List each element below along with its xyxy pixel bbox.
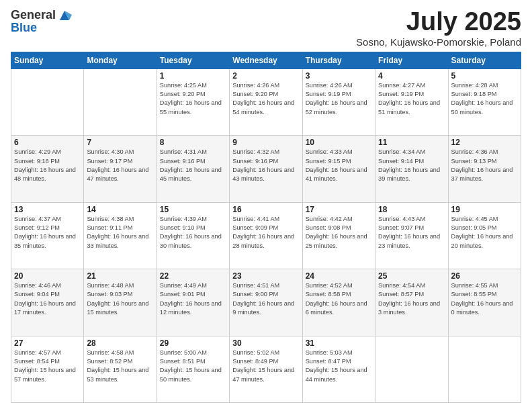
day-info: Sunrise: 4:57 AM Sunset: 8:54 PM Dayligh… [14,349,81,384]
calendar-header-row: Sunday Monday Tuesday Wednesday Thursday… [11,52,521,68]
day-info: Sunrise: 4:42 AM Sunset: 9:08 PM Dayligh… [306,215,372,250]
day-info: Sunrise: 4:55 AM Sunset: 8:55 PM Dayligh… [451,281,518,317]
logo: General Blue [11,8,72,34]
day-number: 30 [232,338,299,348]
calendar-cell: 2Sunrise: 4:26 AM Sunset: 9:20 PM Daylig… [230,68,302,135]
calendar-cell: 5Sunrise: 4:28 AM Sunset: 9:18 PM Daylig… [448,68,521,135]
calendar-cell: 23Sunrise: 4:51 AM Sunset: 9:00 PM Dayli… [230,269,302,336]
calendar-cell [11,68,84,135]
day-info: Sunrise: 4:43 AM Sunset: 9:07 PM Dayligh… [378,215,445,250]
day-number: 20 [14,271,81,281]
calendar-cell: 1Sunrise: 4:25 AM Sunset: 9:20 PM Daylig… [157,68,229,135]
day-info: Sunrise: 4:48 AM Sunset: 9:03 PM Dayligh… [87,281,153,317]
page: General Blue July 2025 Sosno, Kujawsko-P… [0,0,532,411]
day-number: 12 [451,138,518,147]
calendar-cell: 29Sunrise: 5:00 AM Sunset: 8:51 PM Dayli… [157,336,229,402]
calendar-cell: 21Sunrise: 4:48 AM Sunset: 9:03 PM Dayli… [84,269,157,336]
calendar-week-4: 20Sunrise: 4:46 AM Sunset: 9:04 PM Dayli… [11,269,521,336]
day-number: 17 [306,205,372,214]
calendar-cell: 31Sunrise: 5:03 AM Sunset: 8:47 PM Dayli… [302,336,375,402]
day-info: Sunrise: 4:49 AM Sunset: 9:01 PM Dayligh… [160,281,226,317]
day-info: Sunrise: 4:26 AM Sunset: 9:20 PM Dayligh… [232,81,299,117]
day-info: Sunrise: 4:46 AM Sunset: 9:04 PM Dayligh… [14,281,81,317]
calendar-cell: 20Sunrise: 4:46 AM Sunset: 9:04 PM Dayli… [11,269,84,336]
calendar-cell: 30Sunrise: 5:02 AM Sunset: 8:49 PM Dayli… [230,336,302,402]
day-number: 3 [306,71,372,81]
calendar-cell: 28Sunrise: 4:58 AM Sunset: 8:52 PM Dayli… [84,336,157,402]
calendar-cell: 4Sunrise: 4:27 AM Sunset: 9:19 PM Daylig… [375,68,448,135]
day-info: Sunrise: 4:32 AM Sunset: 9:16 PM Dayligh… [232,148,299,183]
calendar-cell: 19Sunrise: 4:45 AM Sunset: 9:05 PM Dayli… [448,202,521,269]
col-wednesday: Wednesday [230,52,302,68]
day-info: Sunrise: 4:34 AM Sunset: 9:14 PM Dayligh… [378,148,445,183]
day-number: 16 [232,205,299,214]
day-info: Sunrise: 4:38 AM Sunset: 9:11 PM Dayligh… [87,215,153,250]
day-info: Sunrise: 4:58 AM Sunset: 8:52 PM Dayligh… [87,349,153,384]
day-info: Sunrise: 4:33 AM Sunset: 9:15 PM Dayligh… [306,148,372,183]
day-number: 9 [232,138,299,147]
title-block: July 2025 Sosno, Kujawsko-Pomorskie, Pol… [356,8,521,48]
day-number: 8 [160,138,226,147]
day-info: Sunrise: 5:00 AM Sunset: 8:51 PM Dayligh… [160,349,226,384]
calendar-cell: 14Sunrise: 4:38 AM Sunset: 9:11 PM Dayli… [84,202,157,269]
day-info: Sunrise: 4:51 AM Sunset: 9:00 PM Dayligh… [232,281,299,317]
logo-icon [57,8,72,21]
calendar-week-1: 1Sunrise: 4:25 AM Sunset: 9:20 PM Daylig… [11,68,521,135]
calendar-cell: 27Sunrise: 4:57 AM Sunset: 8:54 PM Dayli… [11,336,84,402]
calendar-week-3: 13Sunrise: 4:37 AM Sunset: 9:12 PM Dayli… [11,202,521,269]
calendar-cell: 26Sunrise: 4:55 AM Sunset: 8:55 PM Dayli… [448,269,521,336]
calendar-cell: 24Sunrise: 4:52 AM Sunset: 8:58 PM Dayli… [302,269,375,336]
day-number: 31 [306,338,372,348]
day-number: 1 [160,71,226,81]
day-number: 2 [232,71,299,81]
day-info: Sunrise: 4:25 AM Sunset: 9:20 PM Dayligh… [160,81,226,117]
calendar-cell: 13Sunrise: 4:37 AM Sunset: 9:12 PM Dayli… [11,202,84,269]
day-number: 23 [232,271,299,281]
day-info: Sunrise: 4:26 AM Sunset: 9:19 PM Dayligh… [306,81,372,117]
location-title: Sosno, Kujawsko-Pomorskie, Poland [356,36,521,48]
calendar-cell: 22Sunrise: 4:49 AM Sunset: 9:01 PM Dayli… [157,269,229,336]
day-info: Sunrise: 4:54 AM Sunset: 8:57 PM Dayligh… [378,281,445,317]
calendar-week-5: 27Sunrise: 4:57 AM Sunset: 8:54 PM Dayli… [11,336,521,402]
calendar-cell: 16Sunrise: 4:41 AM Sunset: 9:09 PM Dayli… [230,202,302,269]
col-thursday: Thursday [302,52,375,68]
day-number: 14 [87,205,153,214]
col-sunday: Sunday [11,52,84,68]
calendar: Sunday Monday Tuesday Wednesday Thursday… [11,52,521,403]
day-info: Sunrise: 4:29 AM Sunset: 9:18 PM Dayligh… [14,148,81,183]
calendar-cell: 3Sunrise: 4:26 AM Sunset: 9:19 PM Daylig… [302,68,375,135]
calendar-cell: 10Sunrise: 4:33 AM Sunset: 9:15 PM Dayli… [302,136,375,202]
calendar-cell: 18Sunrise: 4:43 AM Sunset: 9:07 PM Dayli… [375,202,448,269]
day-number: 22 [160,271,226,281]
day-number: 26 [451,271,518,281]
calendar-cell [448,336,521,402]
day-number: 27 [14,338,81,348]
calendar-cell: 12Sunrise: 4:36 AM Sunset: 9:13 PM Dayli… [448,136,521,202]
calendar-cell: 8Sunrise: 4:31 AM Sunset: 9:16 PM Daylig… [157,136,229,202]
day-number: 19 [451,205,518,214]
day-info: Sunrise: 4:36 AM Sunset: 9:13 PM Dayligh… [451,148,518,183]
day-info: Sunrise: 4:37 AM Sunset: 9:12 PM Dayligh… [14,215,81,250]
day-number: 21 [87,271,153,281]
calendar-week-2: 6Sunrise: 4:29 AM Sunset: 9:18 PM Daylig… [11,136,521,202]
day-info: Sunrise: 4:45 AM Sunset: 9:05 PM Dayligh… [451,215,518,250]
day-number: 5 [451,71,518,81]
col-tuesday: Tuesday [157,52,229,68]
day-info: Sunrise: 4:41 AM Sunset: 9:09 PM Dayligh… [232,215,299,250]
calendar-cell: 9Sunrise: 4:32 AM Sunset: 9:16 PM Daylig… [230,136,302,202]
day-info: Sunrise: 5:03 AM Sunset: 8:47 PM Dayligh… [306,349,372,384]
calendar-cell: 17Sunrise: 4:42 AM Sunset: 9:08 PM Dayli… [302,202,375,269]
calendar-cell: 25Sunrise: 4:54 AM Sunset: 8:57 PM Dayli… [375,269,448,336]
calendar-cell: 11Sunrise: 4:34 AM Sunset: 9:14 PM Dayli… [375,136,448,202]
day-number: 6 [14,138,81,147]
calendar-cell: 15Sunrise: 4:39 AM Sunset: 9:10 PM Dayli… [157,202,229,269]
day-info: Sunrise: 4:39 AM Sunset: 9:10 PM Dayligh… [160,215,226,250]
day-info: Sunrise: 4:30 AM Sunset: 9:17 PM Dayligh… [87,148,153,183]
calendar-cell: 7Sunrise: 4:30 AM Sunset: 9:17 PM Daylig… [84,136,157,202]
day-info: Sunrise: 4:52 AM Sunset: 8:58 PM Dayligh… [306,281,372,317]
day-number: 15 [160,205,226,214]
day-number: 28 [87,338,153,348]
logo-blue: Blue [11,21,37,34]
day-number: 7 [87,138,153,147]
day-number: 18 [378,205,445,214]
